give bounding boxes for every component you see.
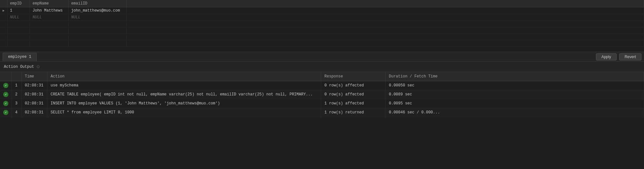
status-cell: ✓ [0, 90, 12, 99]
action-cell: SELECT * from employee LIMIT 0, 1000 [47, 108, 321, 117]
success-icon: ✓ [3, 92, 8, 97]
time-cell: 02:08:31 [22, 108, 47, 117]
table-row[interactable]: NULL NULL NULL [0, 14, 644, 21]
cell-null-empid[interactable]: NULL [7, 14, 30, 21]
dropdown-arrow-icon[interactable]: ⬡ [37, 65, 40, 69]
success-icon: ✓ [3, 83, 8, 88]
result-row[interactable]: ✓ 2 02:08:31 CREATE TABLE employee( empI… [0, 90, 644, 99]
data-grid-table: empID empName emailID ▶ 1 John Matthews … [0, 0, 644, 47]
table-row[interactable] [0, 34, 644, 40]
row-num: 2 [12, 90, 22, 99]
cell-emailid[interactable]: john_matthews@muo.com [68, 7, 126, 14]
status-cell: ✓ [0, 108, 12, 117]
time-cell: 02:08:31 [22, 81, 47, 90]
response-cell: 1 row(s) returned [321, 108, 386, 117]
row-indicator-header [0, 0, 7, 7]
time-cell: 02:08:31 [22, 90, 47, 99]
col-header-duration: Duration / Fetch Time [386, 72, 644, 81]
response-cell: 1 row(s) affected [321, 99, 386, 108]
table-row[interactable] [0, 21, 644, 27]
duration-cell: 0.0089 sec [386, 90, 644, 99]
data-grid-area: empID empName emailID ▶ 1 John Matthews … [0, 0, 644, 52]
duration-cell: 0.00050 sec [386, 81, 644, 90]
row-arrow: ▶ [0, 7, 7, 14]
cell-null-empname[interactable]: NULL [30, 14, 69, 21]
status-cell: ✓ [0, 99, 12, 108]
table-row[interactable] [0, 40, 644, 47]
action-cell: INSERT INTO employee VALUES (1, 'John Ma… [47, 99, 321, 108]
tab-employee1[interactable]: employee 1 [3, 53, 37, 61]
table-row[interactable]: ▶ 1 John Matthews john_matthews@muo.com [0, 7, 644, 14]
action-cell: CREATE TABLE employee( empID int not nul… [47, 90, 321, 99]
duration-cell: 0.0095 sec [386, 99, 644, 108]
result-row[interactable]: ✓ 3 02:08:31 INSERT INTO employee VALUES… [0, 99, 644, 108]
cell-empname[interactable]: John Matthews [30, 7, 69, 14]
status-cell: ✓ [0, 81, 12, 90]
cell-empty [126, 7, 644, 14]
response-cell: 0 row(s) affected [321, 81, 386, 90]
col-header-time: Time [22, 72, 47, 81]
cell-empty [126, 14, 644, 21]
cell-empid[interactable]: 1 [7, 7, 30, 14]
col-header-extra [126, 0, 644, 7]
tab-buttons: Apply Revert [596, 53, 641, 60]
col-header-emailid: emailID [68, 0, 126, 7]
response-cell: 0 row(s) affected [321, 90, 386, 99]
col-header-num [12, 72, 22, 81]
time-cell: 02:08:31 [22, 99, 47, 108]
revert-button[interactable]: Revert [619, 53, 641, 60]
action-cell: use mySchema [47, 81, 321, 90]
row-num: 1 [12, 81, 22, 90]
col-header-status [0, 72, 12, 81]
row-num: 3 [12, 99, 22, 108]
table-row[interactable] [0, 27, 644, 34]
action-output-label: Action Output [4, 65, 34, 69]
tab-bar: employee 1 Apply Revert [0, 52, 644, 62]
results-table: Time Action Response Duration / Fetch Ti… [0, 72, 644, 117]
col-header-response: Response [321, 72, 386, 81]
success-icon: ✓ [3, 110, 8, 115]
result-row[interactable]: ✓ 4 02:08:31 SELECT * from employee LIMI… [0, 108, 644, 117]
col-header-action: Action [47, 72, 321, 81]
apply-button[interactable]: Apply [596, 53, 617, 60]
action-output-header: Action Output ⬡ [0, 62, 644, 72]
results-area: Time Action Response Duration / Fetch Ti… [0, 72, 644, 117]
result-row[interactable]: ✓ 1 02:08:31 use mySchema 0 row(s) affec… [0, 81, 644, 90]
col-header-empid: empID [7, 0, 30, 7]
col-header-empname: empName [30, 0, 69, 7]
cell-null-emailid[interactable]: NULL [68, 14, 126, 21]
row-indicator [0, 14, 7, 21]
row-num: 4 [12, 108, 22, 117]
success-icon: ✓ [3, 101, 8, 106]
duration-cell: 0.00046 sec / 0.000... [386, 108, 644, 117]
